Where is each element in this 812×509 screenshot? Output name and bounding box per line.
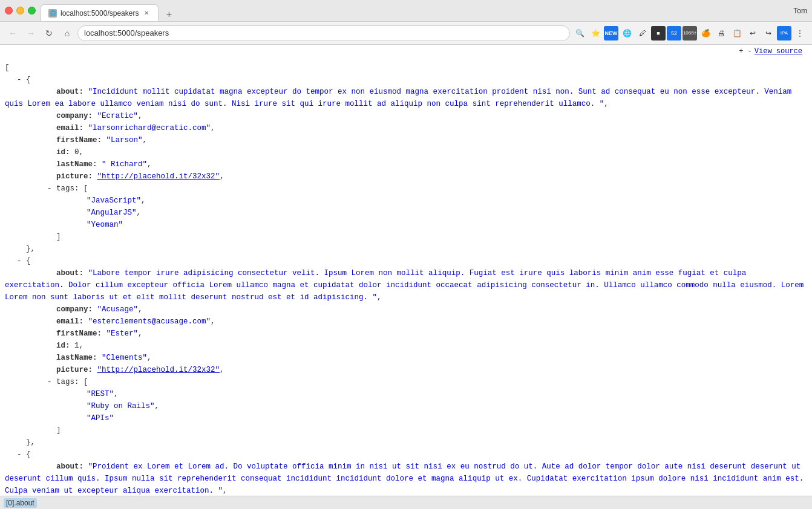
star-ext-icon[interactable]: ⭐ [588,26,603,41]
close-button[interactable] [5,7,13,15]
key-firstname-0: firstName: [56,136,106,144]
val-picture-0[interactable]: "http://placehold.it/32x32" [97,172,220,181]
key-firstname-1: firstName: [56,329,106,338]
val-company-1: "Acusage" [97,305,139,314]
comma-fn-1: , [138,329,143,338]
new-tab-button[interactable]: + [162,8,175,21]
comma-t1-0: , [114,390,119,398]
val-email-0: "larsonrichard@ecratic.com" [88,124,211,132]
ext-blue-icon[interactable]: 52 [667,26,681,41]
val-company-0: "Ecratic" [97,112,139,120]
key-id-0: id: [56,148,74,157]
comma-t1-1: , [155,402,160,410]
collapse-2[interactable]: - { [17,450,31,459]
toolbar-extensions: 🔍 ⭐ NEW 🌐 🖊 ■ 52 1065† 🍊 🖨 📋 ↩ ↪ IPA ⋮ [572,26,807,41]
view-source-link[interactable]: View source [755,47,802,56]
ext-flag-icon[interactable]: 📋 [730,26,744,41]
comma-co-1: , [138,305,143,314]
val-id-1: 1 [74,342,79,350]
key-email-1: email: [56,317,88,326]
ext-dark-icon[interactable]: ■ [651,26,666,41]
key-picture-0: picture: [56,172,97,181]
reload-button[interactable]: ↻ [41,25,57,41]
comma-em-1: , [211,317,215,326]
key-company-0: company: [56,112,97,120]
key-lastname-1: lastName: [56,354,102,362]
ext-ipa-icon[interactable]: IPA [777,26,791,41]
toolbar: ← → ↻ ⌂ 🔍 ⭐ NEW 🌐 🖊 ■ 52 1065† 🍊 🖨 📋 ↩ ↪… [0,22,812,45]
tag-0-0: "JavaScript" [87,196,141,205]
collapse-tags-1[interactable]: - tags: [ [47,378,88,386]
val-firstname-0: "Larson" [106,136,143,144]
comma-em-0: , [211,124,215,132]
maximize-button[interactable] [28,7,36,15]
collapse-tags-0[interactable]: - tags: [ [47,184,88,193]
comma-about-2: , [223,487,228,495]
collapse-0[interactable]: - { [17,76,31,84]
user-name-label: Tom [793,7,807,15]
ext-menu-icon[interactable]: ⋮ [793,26,807,41]
ext-forward2-icon[interactable]: ↪ [761,26,776,41]
ext-print-icon[interactable]: 🖨 [714,26,729,41]
comma-pic-0: , [220,172,224,181]
comma-fn-0: , [143,136,148,144]
val-picture-1[interactable]: "http://placehold.it/32x32" [97,366,220,374]
pen-ext-icon[interactable]: 🖊 [635,26,650,41]
key-id-1: id: [56,342,74,350]
key-about-0: about: [56,88,88,96]
val-about-2: "Proident ex Lorem et Lorem ad. Do volup… [5,462,808,495]
tag-1-2: "APIs" [87,414,114,423]
comma-about-1: , [377,293,382,302]
key-company-1: company: [56,305,97,314]
tag-1-1: "Ruby on Rails" [87,402,155,410]
val-firstname-1: "Ester" [106,329,139,338]
statusbar-text: [0].about [4,498,37,508]
titlebar: 🌐 localhost:5000/speakers ✕ + Tom [0,0,812,22]
home-button[interactable]: ⌂ [59,25,75,41]
tags-bracket-close-0: ] [56,233,61,241]
tag-1-0: "REST" [87,390,114,398]
tab-label: localhost:5000/speakers [61,9,139,18]
statusbar: [0].about [0,496,812,509]
val-about-1: "Labore tempor irure adipisicing consect… [5,269,808,302]
comma-id-1: , [79,342,84,350]
active-tab[interactable]: 🌐 localhost:5000/speakers ✕ [41,4,159,21]
plus-minus-controls[interactable]: + - [739,47,752,56]
tag-0-1: "AngularJS" [87,209,137,217]
search-ext-icon[interactable]: 🔍 [572,26,587,41]
tab-favicon: 🌐 [48,9,57,18]
collapse-1[interactable]: - { [17,257,31,265]
root-bracket-open: [ [5,63,10,72]
json-view: [ - { about: "Incididunt mollit cupidata… [0,47,812,496]
comma-t0-0: , [141,196,146,205]
forward-button[interactable]: → [23,25,39,41]
obj-bracket-close-0: }, [26,245,35,253]
key-lastname-0: lastName: [56,160,102,169]
comma-about-0: , [604,100,609,108]
chrome-ext-icon[interactable]: 🌐 [620,26,634,41]
val-about-0: "Incididunt mollit cupidatat magna excep… [5,88,796,108]
address-input[interactable] [84,28,563,37]
key-picture-1: picture: [56,366,97,374]
content-wrapper: + - View source [ - { about: "Incididunt… [0,45,812,496]
ext-back2-icon[interactable]: ↩ [745,26,760,41]
val-lastname-1: "Clements" [102,354,147,362]
window-controls [5,7,36,15]
address-bar[interactable] [77,25,570,41]
comma-id-0: , [79,148,84,157]
val-email-1: "esterclements@acusage.com" [88,317,211,326]
key-about-1: about: [56,269,88,277]
new-ext-icon[interactable]: NEW [604,26,618,41]
val-lastname-0: " Richard" [102,160,147,169]
tag-0-2: "Yeoman" [87,221,123,229]
tab-area: 🌐 localhost:5000/speakers ✕ + [41,0,175,21]
ext-number-icon[interactable]: 1065† [683,26,697,41]
comma-t0-1: , [137,209,142,217]
ext-orange-icon[interactable]: 🍊 [698,26,713,41]
val-id-0: 0 [74,148,79,157]
tab-close-icon[interactable]: ✕ [142,9,151,18]
back-button[interactable]: ← [5,25,21,41]
comma-ln-0: , [147,160,152,169]
comma-ln-1: , [147,354,152,362]
minimize-button[interactable] [16,7,24,15]
